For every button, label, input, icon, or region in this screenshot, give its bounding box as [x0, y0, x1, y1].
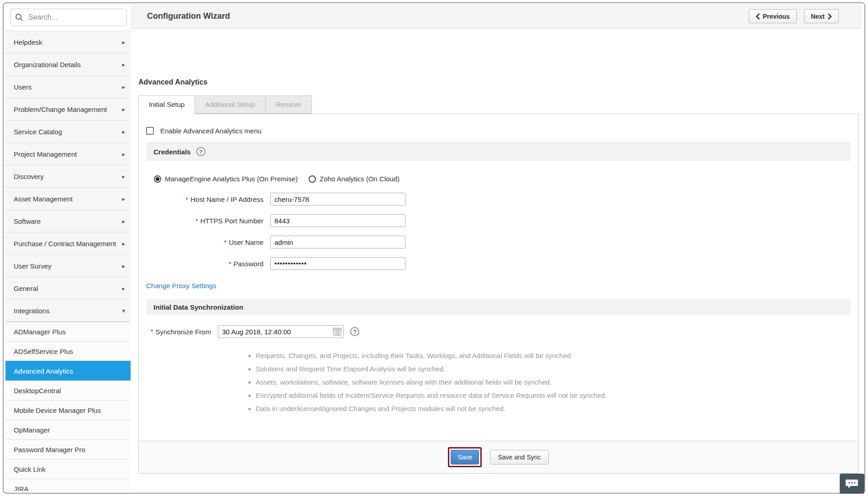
field-label: *HTTPS Port Number — [146, 217, 270, 225]
sidebar-item-label: Helpdesk — [14, 38, 42, 46]
username-input[interactable] — [270, 236, 405, 248]
radio-option-manageengine-analytics-plus[interactable]: ManageEngine Analytics Plus (On Premise) — [154, 175, 298, 183]
sidebar-item-helpdesk[interactable]: Helpdesk▸ — [5, 31, 131, 53]
sidebar-item-mobile-device-manager-plus[interactable]: Mobile Device Manager Plus — [5, 400, 131, 420]
sidebar-item-integrations[interactable]: Integrations▾ — [5, 299, 131, 322]
sync-notes-list: Requests, Changes, and Projects, includi… — [146, 349, 851, 415]
sync-label-text: Synchronize From — [155, 328, 211, 336]
search-icon — [15, 13, 23, 21]
chevron-right-icon: ▸ — [122, 240, 125, 247]
sidebar-item-label: Asset Management — [14, 195, 73, 203]
calendar-icon[interactable] — [333, 327, 342, 336]
page: Helpdesk▸ Organizational Details▸ Users▸… — [0, 0, 868, 496]
sidebar: Helpdesk▸ Organizational Details▸ Users▸… — [5, 4, 131, 491]
sidebar-item-admanager-plus[interactable]: ADManager Plus — [5, 322, 131, 341]
required-asterisk: * — [224, 239, 226, 246]
tab-initial-setup[interactable]: Initial Setup — [138, 95, 195, 114]
content-area: Advanced Analytics Initial Setup Additio… — [131, 29, 864, 493]
sidebar-item-service-catalog[interactable]: Service Catalog▸ — [5, 120, 131, 142]
password-row: *Password — [146, 257, 851, 270]
previous-button[interactable]: Previous — [749, 9, 797, 23]
sidebar-item-adselfservice-plus[interactable]: ADSelfService Plus — [5, 341, 131, 361]
chevron-right-icon: ▸ — [122, 173, 125, 180]
chevron-right-icon: ▸ — [122, 128, 125, 135]
field-label: *Password — [146, 260, 270, 268]
required-asterisk: * — [229, 260, 231, 268]
chevron-right-icon: ▸ — [122, 61, 125, 68]
sidebar-item-advanced-analytics[interactable]: Advanced Analytics — [5, 361, 131, 380]
tab-additional-setup: Additional Setup — [195, 95, 265, 114]
chat-bubble-icon — [846, 478, 858, 489]
sidebar-item-organizational-details[interactable]: Organizational Details▸ — [5, 53, 131, 75]
wizard-nav-buttons: Previous Next — [749, 9, 839, 23]
enable-advanced-analytics-checkbox[interactable] — [146, 127, 154, 135]
sidebar-item-label: Integrations — [14, 307, 49, 315]
radio-label: Zoho Analytics (On Cloud) — [320, 175, 400, 183]
radio-selected-icon[interactable] — [154, 175, 161, 183]
chevron-left-icon — [756, 13, 760, 20]
sync-help-icon[interactable]: ? — [350, 327, 359, 336]
sync-field-label: *Synchronize From — [151, 328, 211, 336]
chevron-right-icon: ▸ — [122, 106, 125, 113]
next-label: Next — [811, 13, 825, 20]
field-label-text: Password — [233, 260, 263, 268]
next-button[interactable]: Next — [804, 9, 839, 23]
save-button[interactable]: Save — [451, 450, 479, 464]
password-input[interactable] — [270, 257, 405, 270]
sidebar-item-users[interactable]: Users▸ — [5, 75, 131, 98]
sidebar-item-problem-change-management[interactable]: Problem/Change Management▸ — [5, 98, 131, 120]
sidebar-item-label: User Survey — [14, 262, 52, 270]
chevron-right-icon: ▸ — [122, 84, 125, 90]
sidebar-item-software[interactable]: Software▸ — [5, 210, 131, 232]
sidebar-item-label: Mobile Device Manager Plus — [14, 406, 101, 414]
chevron-down-icon: ▾ — [122, 307, 125, 314]
search-input[interactable] — [27, 13, 124, 22]
section-title: Advanced Analytics — [138, 78, 864, 86]
sidebar-item-password-manager-pro[interactable]: Password Manager Pro — [5, 439, 131, 459]
field-label: *User Name — [146, 238, 270, 246]
sidebar-item-quick-link[interactable]: Quick Link — [5, 459, 131, 479]
host-name-input[interactable] — [270, 193, 405, 206]
change-proxy-settings-link[interactable]: Change Proxy Settings — [146, 282, 216, 290]
sidebar-item-purchase-contract-management[interactable]: Purchase / Contract Management▸ — [5, 232, 131, 254]
enable-checkbox-label: Enable Advanced Analytics menu — [160, 127, 262, 135]
radio-unselected-icon[interactable] — [309, 175, 316, 183]
radio-option-zoho-analytics[interactable]: Zoho Analytics (On Cloud) — [309, 175, 400, 183]
sidebar-item-project-management[interactable]: Project Management▸ — [5, 142, 131, 165]
sidebar-item-label: Problem/Change Management — [14, 106, 107, 113]
sidebar-item-desktopcentral[interactable]: DesktopCentral — [5, 380, 131, 400]
sidebar-item-asset-management[interactable]: Asset Management▸ — [5, 187, 131, 210]
sidebar-item-jira[interactable]: JIRA — [5, 479, 131, 491]
credentials-help-icon[interactable]: ? — [196, 147, 205, 156]
sidebar-item-label: Project Management — [14, 150, 77, 158]
save-annotation-highlight: Save — [448, 447, 482, 467]
sidebar-item-label: Password Manager Pro — [14, 446, 85, 454]
tab-panel: Enable Advanced Analytics menu Credentia… — [138, 114, 858, 474]
sidebar-item-label: Advanced Analytics — [14, 367, 73, 375]
field-label-text: User Name — [229, 238, 263, 246]
chat-widget-button[interactable] — [840, 474, 864, 494]
sidebar-item-label: Quick Link — [14, 465, 46, 473]
field-label: *Host Name / IP Address — [146, 195, 270, 203]
sync-from-input[interactable] — [218, 325, 344, 338]
previous-label: Previous — [763, 13, 790, 20]
field-label-text: Host Name / IP Address — [190, 195, 263, 203]
sidebar-item-label: Organizational Details — [14, 61, 81, 69]
sidebar-item-discovery[interactable]: Discovery▸ — [5, 165, 131, 187]
chevron-right-icon: ▸ — [122, 195, 125, 202]
sidebar-item-opmanager[interactable]: OpManager — [5, 420, 131, 439]
sidebar-item-label: Users — [14, 83, 32, 91]
chevron-right-icon: ▸ — [122, 39, 125, 46]
sidebar-item-label: DesktopCentral — [14, 387, 61, 395]
sync-note: Encrypted additional fields of Incident/… — [256, 389, 851, 402]
host-name-row: *Host Name / IP Address — [146, 193, 851, 206]
synchronize-from-row: *Synchronize From ? — [151, 325, 851, 338]
save-and-sync-button[interactable]: Save and Sync — [490, 450, 548, 464]
sidebar-item-general[interactable]: General▸ — [5, 277, 131, 299]
https-port-input[interactable] — [270, 214, 405, 227]
page-title: Configuration Wizard — [147, 11, 230, 21]
panel-footer: Save Save and Sync — [139, 441, 858, 473]
sync-heading: Initial Data Synchronization — [153, 303, 243, 311]
sidebar-item-user-survey[interactable]: User Survey▸ — [5, 254, 131, 277]
chevron-right-icon — [828, 13, 832, 20]
